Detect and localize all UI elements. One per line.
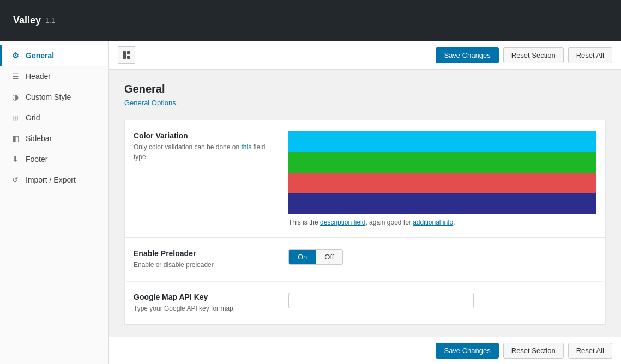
- sidebar: ⚙ General ☰ Header ◑ Custom Style ⊞ Grid…: [0, 41, 109, 364]
- header-icon: ☰: [10, 71, 20, 81]
- svg-rect-1: [127, 51, 130, 54]
- preloader-toggle: On Off: [288, 249, 343, 265]
- layout: ⚙ General ☰ Header ◑ Custom Style ⊞ Grid…: [0, 41, 621, 364]
- toolbar: Save Changes Reset Section Reset All: [109, 41, 621, 70]
- sidebar-label-header: Header: [26, 72, 51, 81]
- main-area: Save Changes Reset Section Reset All Gen…: [109, 41, 621, 364]
- color-swatch-1[interactable]: [288, 152, 596, 173]
- field-label-area-color: Color Variation Only color validation ca…: [134, 131, 275, 162]
- google-map-input[interactable]: [288, 293, 474, 308]
- field-google-map: Google Map API Key Type your Google API …: [124, 282, 606, 325]
- color-swatch-0[interactable]: [288, 131, 596, 152]
- field-enable-preloader: Enable Preloader Enable or disable prelo…: [124, 238, 606, 281]
- google-map-control: [288, 293, 596, 308]
- sidebar-item-grid[interactable]: ⊞ Grid: [0, 107, 108, 128]
- bottom-bar: Save Changes Reset Section Reset All: [109, 337, 621, 364]
- note-prefix: This is the: [288, 219, 320, 226]
- sidebar-label-import-export: Import / Export: [26, 175, 76, 184]
- sidebar-item-general[interactable]: ⚙ General: [0, 45, 108, 66]
- sidebar-item-header[interactable]: ☰ Header: [0, 66, 108, 87]
- sidebar-label-grid: Grid: [26, 113, 40, 122]
- reset-section-button-top[interactable]: Reset Section: [503, 47, 564, 63]
- color-swatch-3[interactable]: [288, 193, 596, 214]
- app-name: Valley: [13, 15, 41, 26]
- app-version: 1.1: [45, 16, 55, 25]
- section-title: General: [124, 83, 606, 95]
- color-desc-prefix: Only color validation can be done on: [134, 143, 241, 151]
- preloader-desc: Enable or disable preloader: [134, 260, 275, 270]
- note-mid: , again good for: [365, 219, 413, 226]
- color-variation-desc: Only color validation can be done on thi…: [134, 142, 275, 162]
- toolbar-right: Save Changes Reset Section Reset All: [436, 47, 612, 63]
- sidebar-item-import-export[interactable]: ↺ Import / Export: [0, 169, 108, 190]
- toggle-off-button[interactable]: Off: [316, 250, 342, 264]
- google-map-desc: Type your Google API key for map.: [134, 304, 275, 313]
- sidebar-label-general: General: [26, 51, 54, 60]
- svg-rect-0: [123, 51, 126, 59]
- toggle-on-button[interactable]: On: [289, 250, 316, 264]
- note-link2[interactable]: additional info: [413, 219, 453, 226]
- svg-rect-2: [127, 56, 130, 59]
- sidebar-label-custom-style: Custom Style: [26, 93, 71, 101]
- reset-section-button-bottom[interactable]: Reset Section: [503, 343, 564, 359]
- gear-icon: ⚙: [10, 51, 20, 60]
- panel-icon[interactable]: [118, 46, 135, 64]
- sidebar-item-footer[interactable]: ⬇ Footer: [0, 149, 108, 169]
- topbar: Valley 1.1: [0, 0, 621, 41]
- google-map-label: Google Map API Key: [134, 293, 275, 301]
- reset-all-button-bottom[interactable]: Reset All: [568, 343, 612, 359]
- sidebar-item-sidebar[interactable]: ◧ Sidebar: [0, 128, 108, 149]
- half-circle-icon: ◑: [10, 92, 20, 102]
- sidebar-item-custom-style[interactable]: ◑ Custom Style: [0, 87, 108, 107]
- color-swatches: [288, 131, 596, 214]
- refresh-icon: ↺: [10, 175, 20, 185]
- save-changes-button-bottom[interactable]: Save Changes: [436, 343, 498, 359]
- section-subtitle: General Options.: [124, 99, 606, 107]
- field-label-area-google: Google Map API Key Type your Google API …: [134, 293, 275, 313]
- note-link1[interactable]: description field: [320, 219, 365, 226]
- color-variation-label: Color Variation: [134, 131, 275, 140]
- save-changes-button-top[interactable]: Save Changes: [436, 47, 498, 63]
- color-desc-link[interactable]: this: [241, 143, 251, 151]
- sidebar-label-sidebar: Sidebar: [26, 134, 52, 143]
- color-variation-control: This is the description field, again goo…: [288, 131, 596, 226]
- content-area: General General Options. Color Variation…: [109, 70, 621, 337]
- preloader-label: Enable Preloader: [134, 249, 275, 258]
- color-swatch-2[interactable]: [288, 173, 596, 193]
- grid-icon: ⊞: [10, 113, 20, 123]
- sidebar-icon: ◧: [10, 134, 20, 143]
- note-suffix: .: [453, 219, 455, 226]
- preloader-control: On Off: [288, 249, 596, 265]
- toolbar-left: [118, 46, 135, 64]
- sidebar-label-footer: Footer: [26, 155, 47, 163]
- field-label-area-preloader: Enable Preloader Enable or disable prelo…: [134, 249, 275, 270]
- footer-icon: ⬇: [10, 154, 20, 164]
- reset-all-button-top[interactable]: Reset All: [568, 47, 612, 63]
- color-variation-note: This is the description field, again goo…: [288, 219, 596, 226]
- field-color-variation: Color Variation Only color validation ca…: [124, 120, 606, 238]
